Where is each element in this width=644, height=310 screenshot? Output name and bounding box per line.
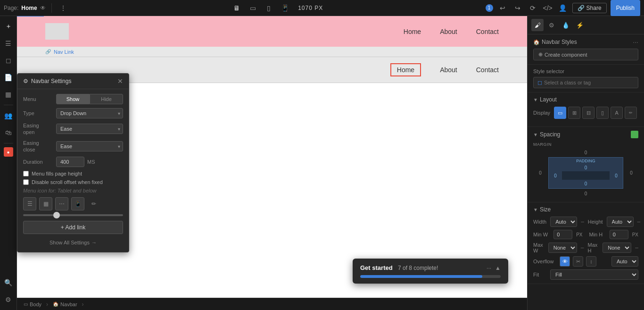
icon-option-2[interactable]: ▦ [39, 197, 52, 210]
more-options-icon[interactable]: ⋮ [58, 2, 69, 14]
gs-more-icon[interactable]: ··· [487, 265, 491, 271]
max-w-select[interactable]: None [548, 243, 577, 253]
ecommerce-icon[interactable]: 🛍 [2, 126, 15, 139]
code-icon[interactable]: </> [542, 2, 553, 14]
overflow-hidden-icon[interactable]: ✂ [573, 256, 583, 267]
eye-icon[interactable]: 👁 [40, 5, 46, 11]
icon-option-4[interactable]: 📱 [71, 197, 84, 210]
settings-tab[interactable]: ⚙ [545, 19, 558, 31]
nav-link-contact-top[interactable]: Contact [476, 28, 499, 35]
nav-link-about-top[interactable]: About [440, 28, 457, 35]
duration-input[interactable] [56, 157, 84, 167]
users-icon[interactable]: 👥 [2, 109, 15, 122]
min-w-input[interactable] [553, 230, 572, 239]
breadcrumb-navbar[interactable]: 🏠 Navbar [50, 301, 80, 308]
display-block[interactable]: ▭ [554, 107, 566, 119]
component-btn-icon: ⊕ [538, 51, 543, 58]
tablet-landscape-icon[interactable]: ▭ [247, 2, 258, 14]
icon-edit-button[interactable]: ✏ [87, 197, 100, 210]
overflow-scroll-icon[interactable]: ↕ [586, 256, 596, 267]
icon-option-3[interactable]: ⋯ [55, 197, 68, 210]
effects-tab[interactable]: 💧 [560, 19, 572, 31]
settings-bottom-icon[interactable]: ⚙ [2, 293, 15, 306]
icon-option-1[interactable]: ☰ [23, 197, 36, 210]
notification-badge[interactable]: 1 [486, 4, 493, 12]
checkbox-fills-height: Menu fills page height [23, 171, 123, 176]
add-link-button[interactable]: + Add link [23, 221, 123, 234]
navbar-label-tag: 🏠 Navbar [17, 16, 44, 17]
display-inline[interactable]: ▯ [596, 107, 609, 119]
padding-top-val: 0 [585, 165, 587, 170]
search-icon[interactable]: ◻ [2, 54, 15, 67]
tablet-portrait-icon[interactable]: ▯ [263, 2, 274, 14]
link-icon: 🔗 [45, 49, 51, 54]
navbar-styles-more[interactable]: ··· [633, 38, 638, 46]
style-selector-field[interactable] [544, 80, 634, 85]
max-h-select[interactable]: None [603, 243, 631, 253]
display-text[interactable]: A [611, 107, 623, 119]
overflow-row: Overflow 👁 ✂ ↕ Auto [533, 256, 638, 267]
fit-select[interactable]: Fill [550, 269, 638, 280]
settings-close-button[interactable]: ✕ [117, 77, 123, 85]
gs-collapse-icon[interactable]: ▲ [495, 265, 501, 271]
spacing-label: Spacing [540, 131, 560, 138]
desktop-icon[interactable]: 🖥 [231, 2, 242, 14]
nav-link-indicator: 🔗 Nav Link [17, 47, 527, 57]
show-button[interactable]: Show [56, 94, 90, 104]
type-select[interactable]: Drop Down [56, 108, 123, 118]
sidebar-separator [4, 105, 13, 105]
create-component-button[interactable]: ⊕ Create component [533, 49, 638, 60]
width-select[interactable]: Auto [550, 217, 577, 227]
user-icon[interactable]: 👤 [557, 2, 569, 14]
nav-link-home-active[interactable]: Home [390, 63, 421, 76]
hide-button[interactable]: Hide [90, 94, 123, 104]
style-selector-section: Style selector ◻ [528, 65, 644, 92]
redo-icon[interactable]: ↪ [512, 2, 523, 14]
search-bottom-icon[interactable]: 🔍 [2, 276, 15, 289]
size-section-header[interactable]: ▼ Size [533, 206, 638, 213]
nav-link-home-top[interactable]: Home [404, 28, 421, 35]
overflow-visible-icon[interactable]: 👁 [560, 256, 570, 267]
fills-height-checkbox[interactable] [23, 171, 29, 176]
overflow-select[interactable]: Auto [611, 256, 638, 267]
type-row: Type Drop Down ▾ [23, 108, 123, 118]
undo-icon[interactable]: ↩ [497, 2, 508, 14]
padding-box: PADDING 0 0 0 [548, 157, 623, 189]
slider-thumb[interactable] [53, 212, 60, 218]
navigator-icon[interactable]: ☰ [2, 37, 15, 50]
mobile-icon[interactable]: 📱 [279, 2, 290, 14]
scroll-offset-checkbox[interactable] [23, 179, 29, 185]
share-button[interactable]: 🔗 Share [572, 3, 607, 13]
pages-icon[interactable]: 📄 [2, 71, 15, 84]
spacing-chevron: ▼ [533, 132, 538, 137]
gs-progress-bar-fill [360, 275, 482, 278]
type-label: Type [23, 110, 56, 116]
interactions-tab[interactable]: ⚡ [574, 19, 586, 31]
layout-section-header[interactable]: ▼ Layout [533, 96, 638, 103]
styles-tab[interactable]: 🖌 [531, 19, 544, 31]
display-flex[interactable]: ⊞ [568, 107, 580, 119]
easing-open-select[interactable]: Ease [56, 124, 123, 134]
layout-chevron: ▼ [533, 97, 538, 102]
min-h-input[interactable] [610, 230, 628, 239]
refresh-icon[interactable]: ⟳ [527, 2, 538, 14]
breadcrumb-body[interactable]: ▭ Body [21, 301, 44, 308]
display-none[interactable]: ✏ [625, 107, 637, 119]
nav-link-about-bottom[interactable]: About [440, 66, 457, 74]
display-grid[interactable]: ⊟ [582, 107, 594, 119]
fills-height-label: Menu fills page height [32, 171, 82, 176]
fit-row: Fit Fill [533, 269, 638, 280]
show-all-settings-button[interactable]: Show All Settings → [23, 238, 123, 247]
easing-close-select[interactable]: Ease [56, 141, 123, 151]
add-element-icon[interactable]: ＋ [2, 20, 15, 33]
content-inner [562, 171, 610, 180]
component-icon: 🏠 [533, 39, 540, 45]
spacing-section-header[interactable]: ▼ Spacing [533, 131, 638, 138]
publish-button[interactable]: Publish [611, 0, 640, 16]
gs-controls[interactable]: ··· ▲ [487, 265, 501, 271]
left-sidebar: ＋ ☰ ◻ 📄 ▦ 👥 🛍 ● 🔍 ⚙ [0, 16, 17, 310]
height-select[interactable]: Auto [607, 217, 634, 227]
cms-icon[interactable]: ▦ [2, 88, 15, 101]
red-indicator[interactable]: ● [4, 147, 13, 157]
nav-link-contact-bottom[interactable]: Contact [476, 66, 499, 74]
